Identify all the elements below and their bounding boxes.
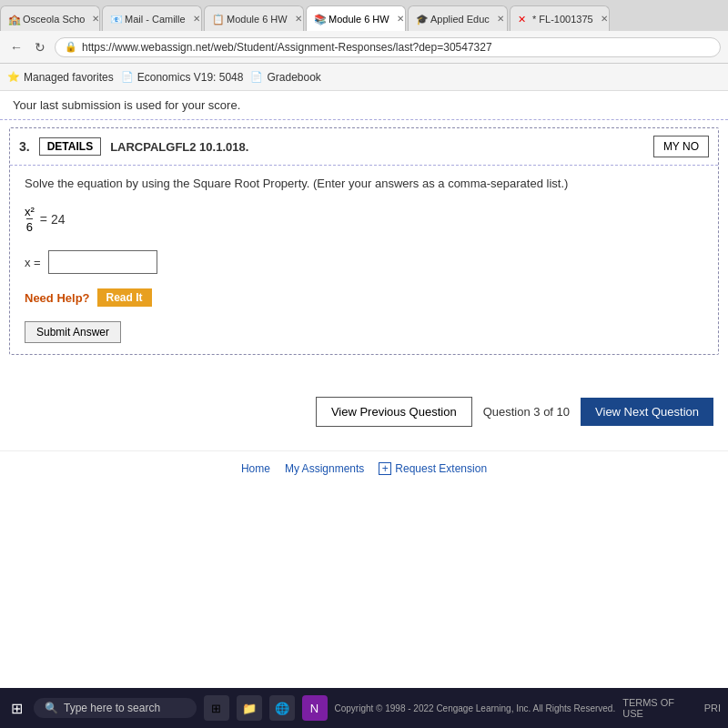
submit-answer-button[interactable]: Submit Answer	[25, 321, 121, 343]
bookmark-economics-icon: 📄	[121, 71, 134, 83]
tab-favicon-mail: 📧	[110, 14, 121, 25]
taskbar-icon-onenote[interactable]: N	[302, 695, 328, 721]
submission-notice: Your last submission is used for your sc…	[0, 91, 728, 120]
question-number: 3.	[19, 139, 30, 154]
home-link[interactable]: Home	[241, 462, 270, 475]
terms-link[interactable]: TERMS OF USE	[622, 697, 696, 719]
answer-row: x =	[25, 250, 703, 274]
tab-fl[interactable]: ✕ * FL-1001375 ✕	[510, 5, 610, 31]
taskbar-search-label: Type here to search	[64, 702, 160, 714]
question-id: LARCPALGFL2 10.1.018.	[110, 140, 248, 154]
taskbar-right: TERMS OF USE PRI	[622, 697, 721, 719]
tab-label-osceola: Osceola Scho	[23, 14, 85, 25]
math-denominator: 6	[26, 218, 33, 234]
answer-label: x =	[25, 256, 41, 269]
tab-favicon-module6-2: 📚	[314, 14, 325, 25]
my-notes-button[interactable]: MY NO	[653, 136, 709, 157]
answer-input[interactable]	[48, 250, 157, 274]
taskbar-icon-edge[interactable]: 🌐	[269, 695, 295, 721]
bookmark-gradebook[interactable]: 📄 Gradebook	[250, 71, 320, 84]
my-assignments-link[interactable]: My Assignments	[285, 462, 364, 475]
details-button[interactable]: DETAILS	[39, 137, 101, 156]
question-counter: Question 3 of 10	[483, 405, 570, 419]
tab-close-module6-2[interactable]: ✕	[397, 14, 404, 24]
bookmark-economics-label: Economics V19: 5048	[137, 71, 244, 84]
plus-icon: +	[379, 462, 391, 475]
tab-favicon-fl: ✕	[518, 14, 529, 25]
tab-close-mail[interactable]: ✕	[193, 14, 200, 24]
need-help-label: Need Help?	[25, 291, 90, 305]
managed-favorites[interactable]: ⭐ Managed favorites	[7, 71, 114, 84]
tab-close-fl[interactable]: ✕	[601, 14, 608, 24]
tab-label-fl: * FL-1001375	[532, 14, 593, 25]
search-icon: 🔍	[45, 702, 58, 714]
tab-bar: 🏫 Osceola Scho ✕ 📧 Mail - Camille ✕ 📋 Mo…	[0, 0, 728, 31]
tab-label-applied: Applied Educ	[430, 14, 490, 25]
question-body: Solve the equation by using the Square R…	[10, 166, 718, 354]
tab-label-module6-1: Module 6 HW	[227, 14, 288, 25]
managed-favorites-icon: ⭐	[7, 71, 20, 83]
view-next-question-button[interactable]: View Next Question	[581, 398, 713, 426]
footer-links: Home My Assignments + Request Extension	[0, 450, 728, 486]
bookmark-gradebook-label: Gradebook	[267, 71, 320, 84]
address-bar: ← ↻ 🔒 https://www.webassign.net/web/Stud…	[0, 31, 728, 64]
request-extension-label: Request Extension	[395, 462, 487, 475]
lock-icon: 🔒	[65, 41, 77, 53]
back-button[interactable]: ←	[7, 38, 25, 56]
tab-label-mail: Mail - Camille	[125, 14, 186, 25]
refresh-button[interactable]: ↻	[31, 38, 49, 56]
print-link[interactable]: PRI	[704, 703, 721, 713]
need-help-row: Need Help? Read It	[25, 288, 703, 307]
taskbar: ⊞ 🔍 Type here to search ⊞ 📁 🌐 N Copyrigh…	[0, 688, 728, 728]
submission-notice-text: Your last submission is used for your sc…	[13, 98, 240, 112]
math-equals: = 24	[40, 212, 66, 227]
bookmarks-bar: ⭐ Managed favorites 📄 Economics V19: 504…	[0, 64, 728, 91]
url-box[interactable]: 🔒 https://www.webassign.net/web/Student/…	[55, 37, 721, 57]
read-it-button[interactable]: Read It	[97, 288, 152, 307]
tab-close-module6-1[interactable]: ✕	[295, 14, 302, 24]
math-numerator: x²	[25, 205, 35, 218]
tab-favicon-osceola: 🏫	[8, 14, 19, 25]
question-block: 3. DETAILS LARCPALGFL2 10.1.018. MY NO S…	[9, 127, 719, 355]
plus-symbol: +	[382, 462, 389, 475]
managed-favorites-label: Managed favorites	[24, 71, 114, 84]
tab-favicon-module6-1: 📋	[212, 14, 223, 25]
tab-module6-2[interactable]: 📚 Module 6 HW ✕	[306, 5, 406, 31]
start-button[interactable]: ⊞	[7, 696, 26, 721]
tab-close-osceola[interactable]: ✕	[92, 14, 99, 24]
tab-close-applied[interactable]: ✕	[497, 14, 504, 24]
math-fraction: x² 6	[25, 205, 35, 234]
view-previous-question-button[interactable]: View Previous Question	[316, 397, 472, 427]
taskbar-icon-grid[interactable]: ⊞	[204, 695, 229, 721]
request-extension[interactable]: + Request Extension	[379, 462, 487, 475]
math-expression-row: x² 6 = 24	[25, 199, 703, 239]
url-text: https://www.webassign.net/web/Student/As…	[82, 41, 492, 54]
taskbar-icon-folder[interactable]: 📁	[237, 695, 262, 721]
bookmark-gradebook-icon: 📄	[250, 71, 263, 83]
tab-osceola[interactable]: 🏫 Osceola Scho ✕	[0, 5, 100, 31]
tab-module6-1[interactable]: 📋 Module 6 HW ✕	[204, 5, 304, 31]
taskbar-search[interactable]: 🔍 Type here to search	[34, 698, 197, 718]
tab-favicon-applied: 🎓	[416, 14, 427, 25]
question-text: Solve the equation by using the Square R…	[25, 177, 703, 190]
question-header: 3. DETAILS LARCPALGFL2 10.1.018. MY NO	[10, 128, 718, 166]
taskbar-center: ⊞ 📁 🌐 N	[204, 695, 328, 721]
page-content: Your last submission is used for your sc…	[0, 91, 728, 688]
navigation-area: View Previous Question Question 3 of 10 …	[0, 380, 728, 443]
copyright-text: Copyright © 1998 - 2022 Cengage Learning…	[335, 703, 616, 713]
tab-mail[interactable]: 📧 Mail - Camille ✕	[102, 5, 202, 31]
tab-label-module6-2: Module 6 HW	[329, 14, 389, 25]
bookmark-economics[interactable]: 📄 Economics V19: 5048	[121, 71, 244, 84]
tab-applied[interactable]: 🎓 Applied Educ ✕	[408, 5, 508, 31]
